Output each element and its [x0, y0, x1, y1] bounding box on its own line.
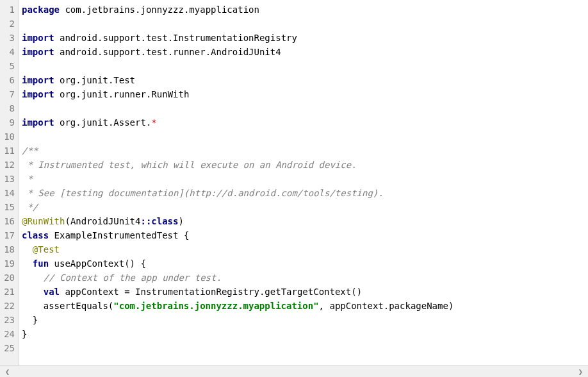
- token-dot: .: [76, 75, 81, 85]
- line-number: 4: [3, 45, 15, 59]
- token-brace: }: [22, 329, 27, 339]
- line-number: 22: [3, 299, 15, 313]
- token-pkg: runner: [113, 89, 146, 99]
- token-kw: fun: [33, 258, 49, 269]
- token-kw: import: [22, 33, 54, 43]
- line-number: 14: [3, 186, 15, 200]
- token-kw: class: [22, 230, 49, 240]
- token-brace: }: [33, 315, 38, 325]
- code-line[interactable]: */: [22, 200, 588, 214]
- token-cls: AndroidJUnit4: [70, 216, 141, 226]
- line-number: 12: [3, 158, 15, 172]
- line-number: 19: [3, 256, 15, 271]
- line-number: 1: [3, 3, 15, 17]
- token-pkg: myapplication: [189, 4, 259, 15]
- line-number: 9: [3, 115, 15, 130]
- code-line[interactable]: @Test: [22, 242, 588, 256]
- token-cls: Test: [113, 75, 135, 85]
- token-paren: (: [65, 216, 70, 226]
- line-number: 17: [3, 228, 15, 242]
- token-dot: .: [81, 4, 86, 15]
- token-kw: import: [22, 47, 54, 57]
- token-com: *: [22, 174, 33, 184]
- code-line[interactable]: * See [testing documentation](http://d.a…: [22, 186, 588, 200]
- code-line[interactable]: assertEquals("com.jetbrains.jonnyzzz.mya…: [22, 299, 588, 313]
- token-com: * Instrumented test, which will execute …: [22, 160, 357, 170]
- token-pkg: org: [54, 89, 76, 99]
- token-cls: RunWith: [151, 89, 189, 99]
- line-number: 13: [3, 172, 15, 186]
- line-number: 21: [3, 285, 15, 299]
- token-pkg: jetbrains: [86, 4, 135, 15]
- token-str: "com.jetbrains.jonnyzzz.myapplication": [113, 301, 318, 311]
- token-com: * See [testing documentation](http://d.a…: [22, 188, 384, 198]
- token-kw: package: [22, 4, 60, 15]
- token-cls: ExampleInstrumentedTest: [49, 230, 184, 240]
- code-line[interactable]: [22, 101, 588, 115]
- token-pkg: jonnyzzz: [140, 4, 183, 15]
- token-com: // Context of the app under test.: [44, 272, 222, 283]
- code-line[interactable]: val appContext = InstrumentationRegistry…: [22, 285, 588, 299]
- token-cls: InstrumentationRegistry: [173, 33, 297, 43]
- token-pkg: support: [102, 47, 140, 57]
- code-line[interactable]: [22, 130, 588, 144]
- horizontal-scrollbar[interactable]: ❮ ❯: [0, 365, 588, 377]
- line-number: 15: [3, 200, 15, 214]
- token-kw: val: [44, 287, 60, 297]
- line-number: 23: [3, 313, 15, 327]
- code-line[interactable]: import org.junit.runner.RunWith: [22, 87, 588, 101]
- line-number: 25: [3, 341, 15, 355]
- code-line[interactable]: import android.support.test.runner.Andro…: [22, 45, 588, 59]
- token-ann: @RunWith: [22, 216, 65, 226]
- code-line[interactable]: }: [22, 313, 588, 327]
- token-dot: .: [76, 89, 81, 99]
- token-dot: .: [76, 117, 81, 128]
- code-line[interactable]: }: [22, 327, 588, 341]
- token-pkg: junit: [81, 117, 108, 128]
- token-extra-text: [22, 272, 44, 283]
- code-line[interactable]: import org.junit.Assert.*: [22, 115, 588, 130]
- line-number: 8: [3, 101, 15, 115]
- code-line[interactable]: package com.jetbrains.jonnyzzz.myapplica…: [22, 3, 588, 17]
- token-ann: @Test: [33, 244, 60, 255]
- token-extra-text: packageName: [389, 301, 448, 311]
- token-pkg: org: [54, 117, 76, 128]
- code-line[interactable]: import org.junit.Test: [22, 73, 588, 87]
- code-line[interactable]: [22, 17, 588, 31]
- token-kw: import: [22, 117, 54, 128]
- token-pkg: junit: [81, 89, 108, 99]
- line-number: 3: [3, 31, 15, 45]
- code-line[interactable]: [22, 59, 588, 73]
- token-dot: .: [206, 47, 211, 57]
- token-paren: (): [124, 258, 135, 269]
- token-pkg: android: [54, 33, 97, 43]
- code-line[interactable]: *: [22, 172, 588, 186]
- code-line[interactable]: @RunWith(AndroidJUnit4::class): [22, 214, 588, 228]
- token-pkg: support: [102, 33, 140, 43]
- token-extra-text: getTargetContext: [265, 287, 351, 297]
- token-kw: import: [22, 75, 54, 85]
- code-line[interactable]: [22, 341, 588, 355]
- code-line[interactable]: class ExampleInstrumentedTest {: [22, 228, 588, 242]
- token-extra-text: useAppContext: [49, 258, 124, 269]
- token-brace: {: [140, 258, 145, 269]
- code-editor[interactable]: 1234567891011121314151617181920212223242…: [0, 0, 588, 365]
- line-number: 16: [3, 214, 15, 228]
- line-number: 24: [3, 327, 15, 341]
- token-pkg: runner: [173, 47, 206, 57]
- token-kw: import: [22, 89, 54, 99]
- token-extra-text: [22, 244, 33, 255]
- code-line[interactable]: * Instrumented test, which will execute …: [22, 158, 588, 172]
- token-brace: {: [184, 230, 189, 240]
- line-number: 18: [3, 242, 15, 256]
- code-line[interactable]: // Context of the app under test.: [22, 271, 588, 285]
- code-line[interactable]: import android.support.test.Instrumentat…: [22, 31, 588, 45]
- code-line[interactable]: fun useAppContext() {: [22, 256, 588, 271]
- token-pkg: android: [54, 47, 97, 57]
- scroll-right-icon[interactable]: ❯: [578, 367, 583, 376]
- scroll-left-icon[interactable]: ❮: [5, 367, 10, 376]
- code-area[interactable]: package com.jetbrains.jonnyzzz.myapplica…: [19, 0, 588, 365]
- line-number: 6: [3, 73, 15, 87]
- code-line[interactable]: /**: [22, 144, 588, 158]
- token-pkg: org: [54, 75, 76, 85]
